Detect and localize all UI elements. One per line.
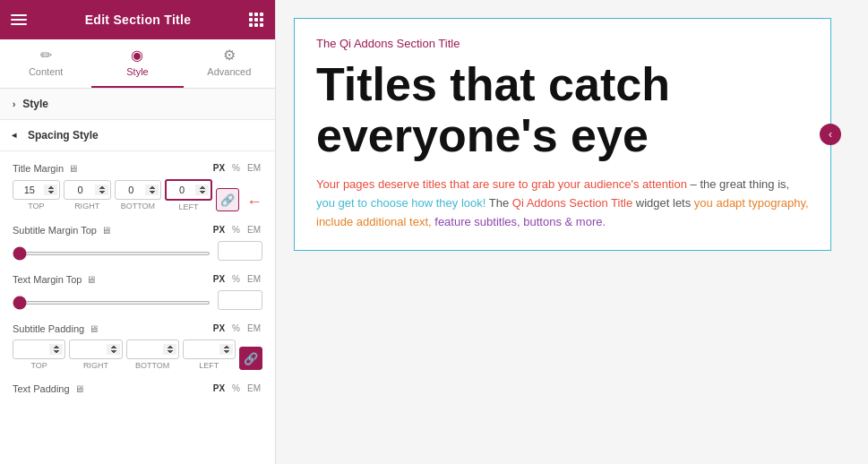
spacing-section-label: Spacing Style bbox=[28, 129, 99, 142]
subtitle-padding-bottom-input[interactable] bbox=[126, 339, 179, 359]
subtitle-margin-top-field: Subtitle Margin Top 🖥 PX % EM bbox=[13, 224, 262, 261]
subtitle-plain-1: – the great thing is, bbox=[691, 177, 790, 191]
style-section-arrow: › bbox=[13, 99, 15, 109]
subtitle-text: Your pages deserve titles that are sure … bbox=[316, 176, 809, 231]
title-margin-label-row: Title Margin 🖥 PX % EM bbox=[13, 162, 262, 174]
subtitle-padding-top-input[interactable] bbox=[13, 339, 65, 359]
tab-advanced[interactable]: ⚙ Advanced bbox=[184, 39, 275, 88]
padding-top-wrap: TOP bbox=[13, 339, 65, 370]
subtitle-padding-inputs: TOP RIGHT BOTTOM LEFT bbox=[13, 339, 236, 370]
spacing-arrow: ▾ bbox=[10, 133, 20, 138]
subtitle-unit-percent[interactable]: % bbox=[230, 224, 242, 236]
text-padding-unit-percent[interactable]: % bbox=[230, 382, 242, 394]
text-margin-top-field: Text Margin Top 🖥 PX % EM bbox=[13, 273, 262, 310]
unit-px[interactable]: PX bbox=[211, 162, 227, 174]
collapse-button[interactable]: ‹ bbox=[820, 124, 841, 145]
subtitle-padding-right-input[interactable] bbox=[69, 339, 122, 359]
text-unit-px[interactable]: PX bbox=[211, 273, 227, 285]
subtitle-unit-em[interactable]: EM bbox=[245, 224, 262, 236]
text-padding-units: PX % EM bbox=[211, 382, 262, 394]
text-margin-label-row: Text Margin Top 🖥 PX % EM bbox=[13, 273, 262, 285]
title-margin-inputs: TOP RIGHT BOTTOM LEFT bbox=[13, 179, 212, 211]
margin-top-wrap: TOP bbox=[13, 180, 60, 211]
text-padding-label-row: Text Padding 🖥 PX % EM bbox=[13, 382, 262, 394]
subtitle-plain-2: The bbox=[489, 196, 512, 210]
style-section-header[interactable]: › Style bbox=[0, 89, 275, 120]
subtitle-margin-label: Subtitle Margin Top 🖥 bbox=[13, 225, 111, 236]
margin-bottom-wrap: BOTTOM bbox=[115, 180, 162, 211]
subtitle-unit-px[interactable]: PX bbox=[211, 224, 227, 236]
subtitle-margin-slider[interactable] bbox=[13, 252, 211, 255]
subtitle-margin-units: PX % EM bbox=[211, 224, 262, 236]
main-title: Titles that catch everyone's eye bbox=[316, 59, 809, 161]
text-margin-slider[interactable] bbox=[13, 301, 211, 305]
hamburger-icon[interactable] bbox=[11, 14, 27, 25]
left-panel: Edit Section Title ✏ Content ◉ Style ⚙ A… bbox=[0, 0, 276, 464]
section-title-label: The Qi Addons Section Title bbox=[316, 37, 809, 50]
tab-advanced-label: Advanced bbox=[207, 66, 251, 77]
margin-right-wrap: RIGHT bbox=[64, 180, 111, 211]
text-unit-percent[interactable]: % bbox=[230, 273, 242, 285]
panel-header: Edit Section Title bbox=[0, 0, 275, 39]
right-panel: The Qi Addons Section Title Titles that … bbox=[276, 0, 868, 464]
text-padding-monitor-icon: 🖥 bbox=[74, 383, 84, 394]
subtitle-red-1: Your pages deserve titles that are sure … bbox=[316, 177, 687, 191]
subtitle-blue-1: you get to choose how they look! bbox=[316, 196, 486, 210]
content-box: The Qi Addons Section Title Titles that … bbox=[294, 18, 831, 251]
style-tab-icon: ◉ bbox=[131, 48, 143, 63]
subtitle-padding-field: Subtitle Padding 🖥 PX % EM TOP bbox=[13, 322, 262, 370]
tab-content[interactable]: ✏ Content bbox=[0, 39, 91, 88]
unit-percent[interactable]: % bbox=[230, 162, 242, 174]
subtitle-padding-link-btn[interactable]: 🔗 bbox=[239, 347, 262, 370]
subtitle-plain-3: widget lets bbox=[636, 196, 694, 210]
tabs-bar: ✏ Content ◉ Style ⚙ Advanced bbox=[0, 39, 275, 89]
subtitle-padding-unit-percent[interactable]: % bbox=[230, 322, 242, 334]
title-margin-monitor-icon: 🖥 bbox=[68, 163, 78, 174]
subtitle-padding-label-row: Subtitle Padding 🖥 PX % EM bbox=[13, 322, 262, 334]
title-margin-units: PX % EM bbox=[211, 162, 262, 174]
subtitle-padding-inputs-row: TOP RIGHT BOTTOM LEFT 🔗 bbox=[13, 339, 262, 370]
subtitle-padding-label: Subtitle Padding 🖥 bbox=[13, 323, 99, 334]
subtitle-padding-units: PX % EM bbox=[211, 322, 262, 334]
margin-bottom-input[interactable] bbox=[115, 180, 162, 200]
margin-top-input[interactable] bbox=[13, 180, 60, 200]
spacing-content: Title Margin 🖥 PX % EM TOP bbox=[0, 151, 275, 464]
subtitle-margin-monitor-icon: 🖥 bbox=[101, 225, 111, 236]
subtitle-padding-unit-em[interactable]: EM bbox=[245, 322, 262, 334]
padding-right-wrap: RIGHT bbox=[69, 339, 122, 370]
style-section-label: Style bbox=[22, 98, 48, 110]
subtitle-purple-1: feature subtitles, buttons & more. bbox=[434, 215, 606, 228]
arrow-indicator: ← bbox=[246, 193, 262, 211]
subtitle-padding-left-input[interactable] bbox=[183, 339, 236, 359]
unit-em[interactable]: EM bbox=[245, 162, 262, 174]
margin-right-input[interactable] bbox=[64, 180, 111, 200]
padding-left-wrap: LEFT bbox=[183, 339, 236, 370]
text-margin-slider-row bbox=[13, 290, 262, 310]
subtitle-margin-label-row: Subtitle Margin Top 🖥 PX % EM bbox=[13, 224, 262, 236]
grid-icon[interactable] bbox=[249, 13, 264, 28]
subtitle-padding-unit-px[interactable]: PX bbox=[211, 322, 227, 334]
title-margin-link-btn[interactable]: 🔗 bbox=[216, 188, 239, 211]
subtitle-margin-input[interactable] bbox=[218, 241, 262, 261]
text-padding-label: Text Padding 🖥 bbox=[13, 383, 84, 394]
subtitle-margin-slider-wrap bbox=[13, 243, 211, 259]
text-margin-label: Text Margin Top 🖥 bbox=[13, 274, 96, 285]
text-padding-unit-px[interactable]: PX bbox=[211, 382, 227, 394]
spacing-section-header[interactable]: ▾ Spacing Style bbox=[0, 120, 275, 151]
text-padding-unit-em[interactable]: EM bbox=[245, 382, 262, 394]
title-margin-label: Title Margin 🖥 bbox=[13, 163, 78, 174]
title-margin-field: Title Margin 🖥 PX % EM TOP bbox=[13, 162, 262, 211]
text-unit-em[interactable]: EM bbox=[245, 273, 262, 285]
text-margin-monitor-icon: 🖥 bbox=[86, 274, 96, 285]
subtitle-padding-monitor-icon: 🖥 bbox=[89, 323, 99, 334]
tab-content-label: Content bbox=[29, 66, 64, 77]
text-margin-units: PX % EM bbox=[211, 273, 262, 285]
tab-style[interactable]: ◉ Style bbox=[91, 39, 183, 88]
panel-title: Edit Section Title bbox=[85, 13, 192, 27]
content-tab-icon: ✏ bbox=[40, 48, 52, 63]
padding-bottom-wrap: BOTTOM bbox=[126, 339, 179, 370]
text-margin-input[interactable] bbox=[218, 290, 262, 310]
subtitle-red-2: Qi Addons Section Title bbox=[512, 196, 632, 210]
margin-left-input[interactable] bbox=[165, 179, 212, 201]
tab-style-label: Style bbox=[126, 66, 148, 77]
